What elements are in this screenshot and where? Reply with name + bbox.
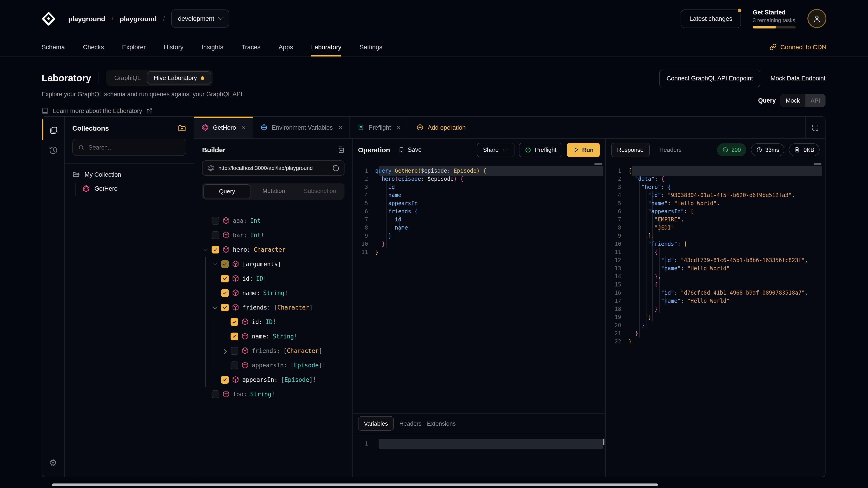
target-selector[interactable]: development (171, 9, 229, 28)
field-checkbox[interactable] (221, 289, 229, 297)
nav-item-explorer[interactable]: Explorer (122, 37, 146, 57)
nav-item-schema[interactable]: Schema (41, 37, 65, 57)
code-line[interactable]: 7 id (352, 216, 605, 224)
code-line[interactable]: 17 "name": "Hello World" (606, 297, 825, 305)
field-row-id[interactable]: id:ID! (202, 315, 344, 329)
horizontal-scrollbar[interactable] (52, 484, 658, 486)
code-line[interactable]: 7 "EMPIRE", (606, 216, 825, 224)
field-row-foo[interactable]: foo:String! (202, 387, 344, 401)
field-row-arguments[interactable]: [arguments] (202, 257, 344, 271)
code-line[interactable]: 4 name (352, 191, 605, 199)
nav-item-laboratory[interactable]: Laboratory (311, 37, 341, 57)
field-checkbox[interactable] (212, 246, 219, 253)
code-line[interactable]: 3 id (352, 183, 605, 191)
chevron-down-icon[interactable] (212, 261, 218, 267)
nav-item-traces[interactable]: Traces (241, 37, 260, 57)
tab-preflight[interactable]: Preflight × (350, 117, 408, 138)
code-line[interactable]: 2 "data": { (606, 175, 825, 183)
user-avatar[interactable] (807, 9, 827, 28)
collection-operation-gethero[interactable]: GetHero (82, 185, 186, 193)
chevron-down-icon[interactable] (202, 246, 209, 253)
collection-folder-my-collection[interactable]: My Collection (72, 171, 186, 178)
field-checkbox[interactable] (212, 231, 219, 239)
code-line[interactable]: 21 } (606, 329, 825, 337)
code-line[interactable]: 10 "friends": [ (606, 240, 825, 248)
history-rail-button[interactable] (45, 143, 61, 158)
query-editor[interactable]: 1query GetHero($episode: Episode) {2 her… (352, 161, 605, 414)
refresh-schema-button[interactable] (332, 164, 340, 172)
code-line[interactable]: 20 } (606, 321, 825, 329)
field-row-bar[interactable]: bar:Int! (202, 228, 344, 242)
code-line[interactable]: 4 "id": "93038304-01a1-4f5f-b620-d6f9be5… (606, 191, 825, 199)
endpoint-url-input[interactable]: http://localhost:3000/api/lab/playground (202, 160, 344, 176)
more-options-icon[interactable]: ⋯ (502, 147, 508, 153)
share-button[interactable]: Share ⋯ (477, 142, 515, 157)
code-line[interactable]: 3 "hero": { (606, 183, 825, 191)
connect-graphql-endpoint-button[interactable]: Connect GraphQL API Endpoint (659, 70, 761, 87)
nav-item-checks[interactable]: Checks (83, 37, 104, 57)
field-checkbox[interactable] (212, 217, 219, 224)
mock-data-endpoint-button[interactable]: Mock Data Endpoint (771, 75, 826, 82)
collections-search[interactable] (72, 139, 186, 156)
code-line[interactable]: 11 { (606, 248, 825, 256)
breadcrumb-project[interactable]: playground (120, 15, 157, 22)
field-checkbox[interactable] (230, 361, 238, 369)
code-line[interactable]: 2 hero(episode: $episode) { (352, 175, 605, 183)
breadcrumb-org[interactable]: playground (68, 15, 105, 22)
field-checkbox[interactable] (212, 390, 219, 398)
code-line[interactable]: 9 } (352, 232, 605, 240)
mode-hive-laboratory[interactable]: Hive Laboratory (147, 71, 211, 85)
nav-item-apps[interactable]: Apps (279, 37, 293, 57)
field-checkbox[interactable] (230, 332, 238, 340)
save-button[interactable]: Save (398, 147, 422, 153)
mode-graphiql[interactable]: GraphiQL (108, 72, 147, 84)
code-line[interactable]: 5 appearsIn (352, 199, 605, 207)
code-line[interactable]: 6 "appearsIn": [ (606, 207, 825, 216)
chevron-right-icon[interactable] (221, 348, 227, 354)
field-checkbox[interactable] (221, 303, 229, 311)
tab-environment-variables[interactable]: Environment Variables × (253, 117, 350, 138)
search-input[interactable] (88, 144, 180, 151)
field-checkbox[interactable] (221, 274, 229, 282)
hive-logo-icon[interactable] (41, 11, 56, 26)
field-checkbox[interactable] (230, 318, 238, 326)
field-row-friends[interactable]: friends:[Character] (202, 300, 344, 315)
code-line[interactable]: 9 ], (606, 232, 825, 240)
field-row-id[interactable]: id:ID! (202, 271, 344, 286)
preflight-button[interactable]: Preflight (519, 142, 562, 157)
latest-changes-button[interactable]: Latest changes (681, 9, 741, 28)
code-line[interactable]: 1query GetHero($episode: Episode) { (352, 167, 605, 175)
toggle-mock[interactable]: Mock (780, 94, 805, 107)
tab-headers[interactable]: Headers (399, 420, 421, 427)
field-checkbox[interactable] (221, 260, 229, 268)
code-line[interactable]: 5 "name": "Hello World", (606, 199, 825, 207)
field-checkbox[interactable] (221, 376, 229, 383)
code-line[interactable]: 1{ (606, 167, 825, 175)
tab-gethero[interactable]: GetHero × (194, 117, 253, 138)
tab-query[interactable]: Query (204, 184, 251, 198)
close-tab-icon[interactable]: × (339, 124, 342, 131)
code-line[interactable]: 22} (606, 337, 825, 346)
close-tab-icon[interactable]: × (397, 124, 401, 131)
nav-item-insights[interactable]: Insights (202, 37, 223, 57)
toggle-api[interactable]: API (805, 94, 826, 107)
code-line[interactable]: 11} (352, 248, 605, 256)
learn-more-link[interactable]: Learn more about the Laboratory (53, 107, 142, 114)
code-line[interactable]: 16 "id": "d76cfc8d-41b1-4968-b9af-089078… (606, 289, 825, 297)
field-row-appearsin[interactable]: appearsIn:[Episode]! (202, 372, 344, 387)
add-operation-button[interactable]: Add operation (408, 117, 474, 138)
field-row-friends[interactable]: friends:[Character] (202, 344, 344, 358)
code-line[interactable]: 13 "name": "Hello World" (606, 264, 825, 272)
connect-to-cdn-link[interactable]: Connect to CDN (770, 43, 827, 51)
field-checkbox[interactable] (230, 347, 238, 355)
chevron-down-icon[interactable] (212, 304, 218, 311)
code-line[interactable]: 12 "id": "43cdf739-81c6-45b1-b8b6-163356… (606, 256, 825, 264)
code-line[interactable]: 15 { (606, 281, 825, 289)
tab-variables[interactable]: Variables (358, 416, 394, 431)
code-line[interactable]: 1 (352, 440, 605, 448)
tab-subscription[interactable]: Subscription (297, 184, 343, 198)
nav-item-history[interactable]: History (164, 37, 183, 57)
tab-response-headers[interactable]: Headers (659, 147, 682, 153)
response-editor[interactable]: 1{2 "data": {3 "hero": {4 "id": "9303830… (606, 161, 825, 477)
field-row-hero[interactable]: hero:Character (202, 242, 344, 257)
